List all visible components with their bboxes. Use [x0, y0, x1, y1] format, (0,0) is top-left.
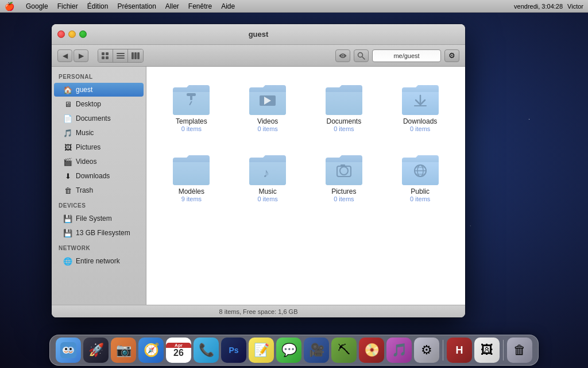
desktop: guest ◀ ▶: [0, 13, 588, 368]
sidebar-item-filesystem[interactable]: 💾 File System: [54, 212, 144, 225]
svg-rect-9: [137, 52, 140, 59]
dock-separator-2: [503, 340, 504, 361]
file-count-public: 0 items: [410, 195, 430, 202]
file-item-videos[interactable]: Videos 0 items: [239, 76, 296, 137]
menu-presentation[interactable]: Présentation: [117, 2, 156, 10]
dock-item-preview[interactable]: 🖼: [474, 338, 500, 363]
svg-line-12: [362, 57, 365, 59]
toolbar: ◀ ▶: [52, 45, 465, 67]
file-item-pictures[interactable]: Pictures 0 items: [315, 146, 373, 207]
sidebar-item-filesystem13[interactable]: 💾 13 GB Filesystem: [54, 226, 144, 240]
dock-item-hype[interactable]: H: [447, 338, 472, 363]
svg-point-32: [65, 348, 67, 350]
file-name-videos: Videos: [257, 117, 278, 125]
menu-fenetre[interactable]: Fenêtre: [188, 2, 212, 10]
file-item-modeles[interactable]: Modèles 9 items: [163, 146, 220, 207]
file-item-documents[interactable]: Documents 0 items: [315, 76, 373, 137]
file-item-templates[interactable]: Templates 0 items: [163, 76, 220, 137]
dock-item-trash[interactable]: 🗑: [507, 338, 532, 363]
sidebar-item-trash[interactable]: 🗑 Trash: [54, 183, 144, 197]
icon-view-button[interactable]: [98, 49, 113, 62]
file-count-documents: 0 items: [334, 125, 354, 132]
window-title: guest: [249, 30, 269, 39]
music-icon: 🎵: [63, 129, 72, 137]
search-button[interactable]: [354, 49, 369, 62]
forward-button[interactable]: ▶: [74, 49, 88, 62]
file-grid: Templates 0 items: [156, 76, 456, 207]
dock-item-photos[interactable]: 📷: [111, 338, 136, 363]
menu-google[interactable]: Google: [26, 2, 48, 10]
main-content: Personal 🏠 guest 🖥 Desktop 📄 Documents 🎵…: [52, 67, 465, 305]
menu-edition[interactable]: Édition: [87, 2, 109, 10]
dock-item-finder[interactable]: [56, 338, 81, 363]
dock-item-skype[interactable]: 📞: [194, 338, 219, 363]
dock-item-notes[interactable]: 📝: [249, 338, 274, 363]
minimize-button[interactable]: [68, 30, 76, 38]
toolbar-right: ⚙: [335, 49, 459, 62]
dock-item-prefs[interactable]: ⚙: [414, 338, 439, 363]
dock-item-photoshop[interactable]: Ps: [221, 338, 246, 363]
dock-item-safari[interactable]: 🧭: [138, 338, 164, 363]
pictures-icon: 🖼: [63, 143, 72, 152]
svg-rect-23: [341, 164, 345, 167]
menubar-user: Victor: [567, 3, 583, 10]
svg-rect-4: [117, 53, 125, 54]
menu-aller[interactable]: Aller: [165, 2, 179, 10]
dock-item-itunes[interactable]: 🎵: [386, 338, 412, 363]
menu-aide[interactable]: Aide: [221, 2, 235, 10]
svg-rect-5: [117, 55, 125, 56]
file-name-templates: Templates: [176, 117, 207, 125]
maximize-button[interactable]: [79, 30, 87, 38]
documents-icon: 📄: [63, 114, 72, 123]
videos-icon: 🎬: [63, 158, 72, 166]
svg-rect-3: [106, 56, 109, 59]
home-icon: 🏠: [63, 86, 72, 94]
file-item-music[interactable]: ♪ Music 0 items: [239, 146, 296, 207]
sidebar-item-videos[interactable]: 🎬 Videos: [54, 155, 144, 168]
sidebar-item-documents[interactable]: 📄 Documents: [54, 112, 144, 125]
close-button[interactable]: [57, 30, 65, 38]
svg-rect-6: [117, 57, 125, 59]
sidebar-item-entirenetwork[interactable]: 🌐 Entire network: [54, 254, 144, 268]
path-input[interactable]: [372, 49, 441, 62]
file-name-public: Public: [411, 187, 430, 195]
file-item-downloads[interactable]: Downloads 0 items: [392, 76, 449, 137]
downloads-icon: ⬇: [63, 172, 72, 181]
file-item-public[interactable]: Public 0 items: [392, 146, 449, 207]
sidebar-item-guest[interactable]: 🏠 guest: [54, 83, 144, 97]
svg-rect-1: [106, 52, 109, 55]
desktop-icon: 🖥: [63, 100, 72, 109]
file-count-music: 0 items: [257, 195, 277, 202]
network-section-header: Network: [52, 240, 146, 254]
svg-rect-14: [187, 93, 196, 96]
dock-item-minecraft[interactable]: ⛏: [331, 338, 357, 363]
filesystem-icon: 💾: [63, 214, 72, 223]
svg-point-33: [69, 348, 72, 350]
svg-point-10: [342, 55, 344, 56]
filesystem13-icon: 💾: [63, 229, 72, 237]
file-count-videos: 0 items: [257, 125, 277, 132]
dock-item-messages[interactable]: 💬: [276, 338, 301, 363]
back-button[interactable]: ◀: [57, 49, 72, 62]
sidebar: Personal 🏠 guest 🖥 Desktop 📄 Documents 🎵…: [52, 67, 146, 305]
eye-button[interactable]: [335, 49, 350, 62]
sidebar-item-music[interactable]: 🎵 Music: [54, 126, 144, 140]
dock-item-launchpad[interactable]: 🚀: [83, 338, 109, 363]
menu-fichier[interactable]: Fichier: [57, 2, 78, 10]
dock-item-dvd[interactable]: 📀: [359, 338, 384, 363]
sidebar-item-desktop[interactable]: 🖥 Desktop: [54, 97, 144, 111]
file-name-downloads: Downloads: [403, 117, 437, 125]
svg-rect-7: [131, 52, 134, 59]
column-view-button[interactable]: [128, 49, 143, 62]
sidebar-item-pictures[interactable]: 🖼 Pictures: [54, 140, 144, 154]
file-name-music: Music: [258, 187, 276, 195]
dock-item-calendar[interactable]: Apr 26: [166, 338, 191, 363]
dock-separator: [443, 340, 443, 361]
gear-button[interactable]: ⚙: [444, 49, 459, 62]
list-view-button[interactable]: [113, 49, 128, 62]
apple-menu[interactable]: 🍎: [5, 2, 14, 11]
sidebar-item-downloads[interactable]: ⬇ Downloads: [54, 169, 144, 183]
dock: 🚀 📷 🧭 Apr 26 📞 Ps 📝 💬 🎥 ⛏ 📀 🎵 ⚙ H 🖼 🗑: [49, 335, 539, 366]
network-icon: 🌐: [63, 257, 72, 266]
dock-item-screenflow[interactable]: 🎥: [304, 338, 329, 363]
